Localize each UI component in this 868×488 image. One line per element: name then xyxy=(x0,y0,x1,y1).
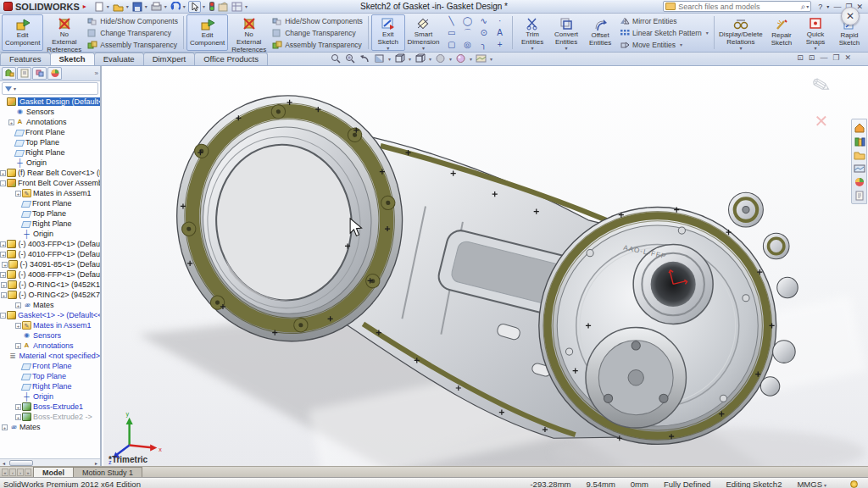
graphics-viewport[interactable]: AAO-L-FFP xyxy=(103,66,868,466)
edit-appearance-icon[interactable] xyxy=(455,53,466,64)
expand-toggle[interactable]: + xyxy=(15,302,21,308)
exit-sketch-dropdown-icon[interactable]: ▾ xyxy=(387,46,389,51)
hide-show-items-icon[interactable] xyxy=(435,53,446,64)
select-button[interactable] xyxy=(188,1,201,13)
line-icon[interactable]: ╲ xyxy=(444,15,459,27)
expand-toggle[interactable]: + xyxy=(8,119,14,125)
display-delete-dropdown-icon[interactable]: ▾ xyxy=(739,46,742,51)
appearances-icon[interactable] xyxy=(853,175,865,188)
tree-item[interactable]: + (f) Rear Belt Cover<1> (Def... xyxy=(0,168,100,178)
help-button[interactable]: ? xyxy=(818,3,822,11)
tree-item[interactable]: Front Plane xyxy=(0,198,100,208)
undo-button[interactable] xyxy=(170,1,181,13)
convert-entities-dropdown-icon[interactable]: ▾ xyxy=(565,46,568,51)
no-external-references-button-2[interactable]: No External References xyxy=(228,14,270,51)
search-icon[interactable]: ⌕ xyxy=(801,2,806,12)
file-properties-button[interactable] xyxy=(217,1,230,13)
tree-item[interactable]: Right Plane xyxy=(0,147,100,158)
expand-toggle[interactable]: - xyxy=(0,180,6,186)
view-orientation-icon[interactable] xyxy=(394,53,405,64)
exit-sketch-button[interactable]: Exit Sketch ▾ xyxy=(371,14,405,51)
linear-pattern-dropdown-icon[interactable]: ▾ xyxy=(706,30,709,36)
menu-expand-arrow-icon[interactable]: ▸ xyxy=(83,3,86,10)
expand-toggle[interactable] xyxy=(15,333,21,339)
close-button[interactable]: ✕ xyxy=(856,3,863,11)
units-selector[interactable]: MMGS▾ xyxy=(797,480,826,488)
expand-toggle[interactable]: + xyxy=(0,241,6,247)
trim-entities-dropdown-icon[interactable]: ▾ xyxy=(531,46,534,51)
ellipse-icon[interactable]: ⊙ xyxy=(476,27,491,39)
print-button[interactable] xyxy=(150,1,163,13)
perimeter-circle-icon[interactable]: ◎ xyxy=(460,39,475,51)
change-transparency-button[interactable]: Change Transparency xyxy=(85,27,181,38)
ribbon-tab[interactable]: Sketch xyxy=(50,53,95,65)
rectangle-icon[interactable]: ▭ xyxy=(444,27,459,39)
design-library-icon[interactable] xyxy=(853,135,865,147)
move-entities-dropdown-icon[interactable]: ▾ xyxy=(680,42,682,47)
cancel-sketch-icon[interactable]: ✕ xyxy=(800,111,843,131)
tree-item[interactable]: Front Plane xyxy=(0,127,100,137)
tab-scroll-prev-icon[interactable]: ‹ xyxy=(9,469,16,476)
trim-entities-button[interactable]: Trim Entities ▾ xyxy=(515,14,549,51)
status-indicator-icon[interactable] xyxy=(850,480,858,488)
tree-item[interactable]: - Gasket<1> -> (Default<<D xyxy=(0,310,100,320)
custom-properties-icon[interactable] xyxy=(853,189,865,202)
convert-entities-button[interactable]: Convert Entities ▾ xyxy=(549,14,583,51)
solidworks-resources-icon[interactable] xyxy=(853,121,865,134)
expand-toggle[interactable]: + xyxy=(1,292,7,298)
expand-toggle[interactable] xyxy=(15,363,21,369)
plus-point-icon[interactable]: + xyxy=(492,39,507,51)
model-tab[interactable]: Model xyxy=(33,467,74,477)
expand-toggle[interactable] xyxy=(15,374,21,380)
offset-entities-button[interactable]: Offset Entities xyxy=(583,14,617,51)
edit-component-button[interactable]: Edit Component xyxy=(2,14,43,51)
minimize-button[interactable]: — xyxy=(833,3,841,11)
tree-item[interactable]: + Mates in Assem1 xyxy=(0,320,100,330)
view-palette-icon[interactable] xyxy=(853,162,865,175)
ribbon-tab[interactable]: DimXpert xyxy=(143,53,196,65)
tree-item[interactable]: Top Plane xyxy=(0,371,100,381)
zoom-to-fit-icon[interactable] xyxy=(331,53,342,64)
tree-item[interactable]: + Boss-Extrude2 -> xyxy=(0,412,100,422)
open-button[interactable] xyxy=(112,1,125,13)
expand-toggle[interactable] xyxy=(8,160,14,166)
ribbon-tab[interactable]: Evaluate xyxy=(94,53,144,65)
ribbon-tab[interactable]: Office Products xyxy=(194,53,268,65)
tree-item[interactable]: + (-) 4003-FFP<1> (Defau xyxy=(0,239,100,249)
tree-item[interactable]: + (-) 4010-FFP<1> (Defau xyxy=(0,249,100,259)
tree-item[interactable]: + Mates in Assem1 xyxy=(0,188,100,198)
arc-icon[interactable]: ⌒ xyxy=(460,27,475,39)
expand-toggle[interactable] xyxy=(15,201,21,207)
display-style-icon[interactable] xyxy=(415,53,426,64)
tree-item[interactable]: + (-) O-RING<1> (9452K1 xyxy=(0,280,100,290)
quick-snaps-dropdown-icon[interactable]: ▾ xyxy=(814,46,816,51)
section-view-icon[interactable] xyxy=(374,53,385,64)
configuration-manager-tab[interactable] xyxy=(32,67,47,80)
tree-item[interactable]: Origin xyxy=(0,158,100,168)
previous-view-icon[interactable] xyxy=(359,53,370,64)
file-explorer-icon[interactable] xyxy=(853,148,865,161)
expand-toggle[interactable] xyxy=(0,99,6,105)
expand-toggle[interactable] xyxy=(1,353,7,359)
circle-icon[interactable]: ◯ xyxy=(460,15,475,27)
expand-toggle[interactable]: + xyxy=(15,404,21,410)
featuremanager-tree-tab[interactable] xyxy=(2,67,16,80)
repair-sketch-button[interactable]: Repair Sketch xyxy=(765,14,798,51)
mirror-entities-button[interactable]: Mirror Entities xyxy=(617,15,711,26)
tree-item[interactable]: + (-) O-RING<2> (9452K7 xyxy=(0,290,100,300)
tree-item[interactable]: Origin xyxy=(0,229,100,239)
spline-icon[interactable]: ∿ xyxy=(476,15,491,27)
tree-item[interactable]: Sensors xyxy=(0,330,100,341)
tree-item[interactable]: + Annotations xyxy=(0,117,100,127)
expand-toggle[interactable] xyxy=(15,221,21,227)
smart-dimension-dropdown-icon[interactable]: ▾ xyxy=(422,46,425,51)
search-box[interactable]: ⌕ ▾ xyxy=(663,1,811,12)
display-delete-relations-button[interactable]: Display/Delete Relations ▾ xyxy=(717,14,765,51)
doc-pane-icon[interactable]: ⊡ xyxy=(797,53,804,62)
expand-toggle[interactable]: + xyxy=(15,343,21,349)
confirm-sketch-icon[interactable]: ✎ xyxy=(798,68,845,104)
property-manager-tab[interactable] xyxy=(17,67,31,80)
tree-item[interactable]: + Boss-Extrude1 xyxy=(0,402,100,412)
tree-item[interactable]: Gasket Design (Default<Displa xyxy=(0,97,100,107)
tree-item[interactable]: + (-) 4008-FFP<1> (Defau xyxy=(0,269,100,280)
